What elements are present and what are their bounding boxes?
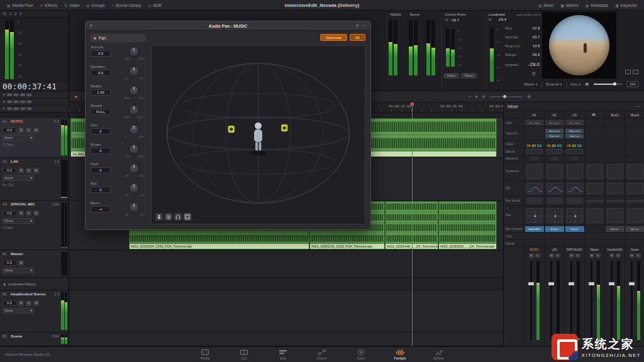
- pause-button[interactable]: Pause: [443, 73, 459, 79]
- solo-button[interactable]: S: [636, 253, 641, 258]
- input-dropdown[interactable]: None▾: [3, 135, 34, 141]
- eq-display[interactable]: [627, 183, 643, 194]
- spherical-pan-view[interactable]: [151, 45, 365, 224]
- list-icon[interactable]: ☰: [3, 12, 6, 16]
- track-name[interactable]: Scene: [11, 334, 22, 338]
- media-pool-button[interactable]: ▤Media Pool: [4, 2, 36, 9]
- effects-in-toggle[interactable]: [572, 157, 578, 160]
- input-dropdown[interactable]: None▾: [3, 308, 34, 314]
- bus-send[interactable]: [587, 200, 603, 202]
- elevation-knob[interactable]: -90+90: [125, 66, 143, 80]
- track-header-a2[interactable]: A2LAV1.0 0.0 R S M None▾ No Clip: [0, 158, 69, 200]
- dialog-titlebar[interactable]: ✕ Audio Pan - MUSIC ↺⋯: [86, 21, 370, 31]
- 3d-mode-button[interactable]: 3D: [350, 34, 365, 41]
- channel-bus3[interactable]: Bus3: [631, 113, 639, 117]
- effects-slot[interactable]: [547, 149, 563, 154]
- fx-order[interactable]: FXDYEQ: [567, 141, 582, 147]
- zoom-in-icon[interactable]: ⊕: [527, 94, 531, 99]
- track-name[interactable]: SPATIAL MIC: [11, 202, 35, 206]
- lane-b3[interactable]: [69, 332, 503, 346]
- record-arm-button[interactable]: R: [18, 168, 24, 173]
- size-value[interactable]: 0: [91, 128, 111, 134]
- track-gain[interactable]: 0.0: [3, 211, 16, 216]
- expand-icon[interactable]: [625, 70, 631, 74]
- viewer-display-icons[interactable]: [625, 70, 638, 74]
- record-arm-button[interactable]: R: [18, 128, 24, 133]
- radius-knob[interactable]: NearFar: [125, 85, 143, 99]
- page-media[interactable]: Media: [191, 349, 219, 360]
- waveform-view-icon[interactable]: ≈: [469, 94, 471, 99]
- fader-handle[interactable]: [528, 282, 534, 285]
- dynamics-display[interactable]: [627, 164, 643, 179]
- pan-display[interactable]: [547, 208, 563, 223]
- track-header-a1[interactable]: A1MUSIC2.0 0.0 R S M None▾ 2 Clips: [0, 118, 69, 158]
- input-selector[interactable]: No Input: [525, 120, 543, 125]
- view-dropdown-icon[interactable]: ▾: [475, 94, 478, 99]
- bus-output[interactable]: Scene: [565, 226, 584, 232]
- speaker-toggle-icon[interactable]: [165, 213, 172, 221]
- mixer-menu-icon[interactable]: ⋯: [636, 104, 640, 109]
- eq-display[interactable]: [587, 183, 603, 194]
- bus-output[interactable]: Scene: [545, 226, 564, 232]
- track-fx-dial-lev[interactable]: Dial Lev: [545, 134, 564, 138]
- azimuth-value[interactable]: 0.0: [91, 50, 111, 57]
- boom-value[interactable]: -∞: [91, 206, 111, 212]
- spherical-mode-button[interactable]: Spherical: [320, 34, 347, 41]
- monitor-source-dropdown[interactable]: Master ∨: [524, 82, 538, 86]
- solo-button[interactable]: S: [575, 253, 580, 258]
- track-gain[interactable]: 0.0: [3, 128, 16, 133]
- mixer-button[interactable]: ▥Mixer: [535, 2, 557, 9]
- layout-preset-1[interactable]: 1: [9, 12, 11, 16]
- meters-button[interactable]: ▦Meters: [557, 2, 582, 9]
- channel-a3[interactable]: A3: [572, 113, 577, 117]
- page-cut[interactable]: Cut: [230, 349, 258, 360]
- mute-button[interactable]: M: [589, 253, 594, 258]
- zoom-out-icon[interactable]: ⊖: [482, 94, 486, 99]
- bus-output[interactable]: Master: [626, 226, 644, 232]
- rotate-value[interactable]: 0: [91, 148, 111, 154]
- inspector-button[interactable]: ◨Inspector: [612, 2, 640, 9]
- zoom-slider[interactable]: [490, 96, 523, 97]
- bus-send[interactable]: [567, 201, 583, 204]
- bus-output[interactable]: [586, 226, 604, 232]
- bus-output[interactable]: Master: [606, 226, 625, 232]
- eq-display[interactable]: [607, 183, 623, 194]
- spread-value[interactable]: FULL: [91, 109, 111, 115]
- mute-button[interactable]: M: [33, 300, 39, 306]
- mute-button[interactable]: M: [33, 168, 39, 173]
- track-fx-dial-lev[interactable]: Dial Lev: [565, 134, 584, 138]
- fader-strip-scene[interactable]: Scene MS: [625, 247, 644, 346]
- pan-display[interactable]: [587, 208, 603, 223]
- page-fusion[interactable]: Fusion: [308, 349, 336, 360]
- gear-icon[interactable]: ⚙: [531, 71, 536, 77]
- fader-handle[interactable]: [609, 282, 614, 285]
- roll-knob[interactable]: -90+90: [125, 183, 143, 197]
- boom-knob[interactable]: -10+10: [125, 202, 143, 216]
- elevation-value[interactable]: 0.0: [91, 70, 111, 76]
- groups-button[interactable]: ⊞Groups: [83, 2, 108, 9]
- eq-display[interactable]: [567, 183, 583, 194]
- radius-value[interactable]: 1.00: [91, 89, 111, 96]
- clip-foa-4[interactable]: A002_02091625_..._OA_Trimmed.wav: [438, 201, 497, 250]
- pitch-value[interactable]: 0: [91, 167, 111, 173]
- bus-send[interactable]: [526, 198, 543, 200]
- solo-button[interactable]: S: [26, 168, 31, 173]
- effects-button[interactable]: ✦Effects: [36, 2, 60, 9]
- monitor-volume-slider[interactable]: [594, 84, 623, 85]
- dynamics-display[interactable]: [526, 164, 543, 179]
- solo-button[interactable]: S: [616, 253, 621, 258]
- solo-button[interactable]: S: [26, 300, 31, 306]
- channel-a2[interactable]: A2: [552, 113, 557, 117]
- input-dropdown[interactable]: None▾: [3, 218, 34, 224]
- dynamics-display[interactable]: [547, 164, 563, 179]
- fader-strip-spatialmic[interactable]: SPATIALMIC MS: [564, 247, 584, 346]
- dynamics-display[interactable]: [567, 164, 583, 179]
- page-edit[interactable]: Edit: [269, 349, 297, 360]
- room-toggle-icon[interactable]: [184, 213, 191, 221]
- layout-preset-3[interactable]: 3: [19, 12, 21, 16]
- timecode-row[interactable]: ⚑00:00:00:00: [0, 92, 69, 99]
- fader-handle[interactable]: [589, 282, 594, 285]
- solo-button[interactable]: S: [26, 128, 31, 133]
- bus-send[interactable]: [526, 201, 543, 204]
- fader-handle[interactable]: [569, 282, 574, 285]
